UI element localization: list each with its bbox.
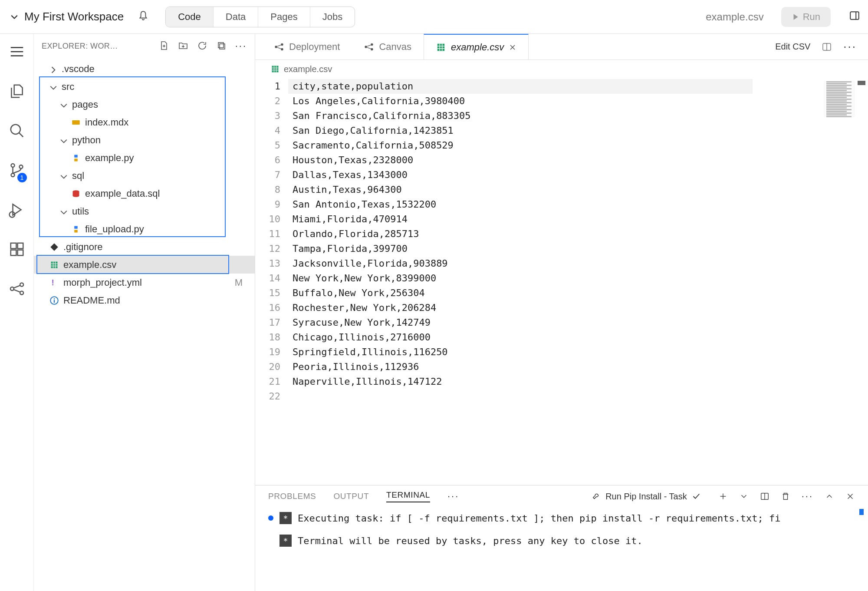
panel-more-icon[interactable]: ··· — [447, 491, 459, 502]
ai-activity[interactable] — [9, 281, 25, 299]
chevron-down-icon — [60, 137, 68, 145]
code-content[interactable]: city,state,populationLos Angeles,Califor… — [293, 78, 868, 485]
toggle-panel-button[interactable] — [849, 10, 860, 23]
tree-folder-src[interactable]: src — [34, 78, 255, 96]
bell-icon — [138, 10, 149, 21]
modified-indicator: M — [235, 277, 243, 288]
line-gutter: 12345678910111213141516171819202122 — [255, 78, 293, 485]
yaml-icon: ! — [49, 278, 59, 287]
tree-file-index-mdx[interactable]: index.mdx — [34, 113, 255, 131]
terminal-more-icon[interactable]: ··· — [802, 491, 813, 502]
scm-badge: 1 — [17, 173, 27, 182]
tree-file-file-upload[interactable]: file_upload.py — [34, 220, 255, 238]
tree-folder-vscode[interactable]: .vscode — [34, 60, 255, 78]
edit-csv-button[interactable]: Edit CSV — [775, 42, 810, 52]
tree-folder-python[interactable]: python — [34, 131, 255, 149]
svg-point-39 — [281, 48, 283, 50]
workspace-dropdown[interactable]: My First Workspace — [10, 10, 124, 23]
source-control-activity[interactable]: 1 — [9, 162, 25, 181]
svg-rect-11 — [10, 243, 16, 249]
terminal-dropdown-icon[interactable] — [739, 492, 749, 501]
panel-tab-problems[interactable]: PROBLEMS — [268, 492, 316, 501]
svg-line-19 — [13, 290, 20, 292]
new-folder-icon[interactable] — [178, 40, 188, 51]
tab-example-csv[interactable]: example.csv — [424, 34, 529, 59]
mode-jobs[interactable]: Jobs — [310, 7, 355, 27]
svg-point-8 — [11, 173, 14, 177]
new-file-icon[interactable] — [159, 40, 169, 51]
new-terminal-icon[interactable] — [718, 492, 728, 501]
panel-tab-terminal[interactable]: TERMINAL — [386, 490, 430, 502]
python-icon — [71, 225, 81, 234]
svg-line-46 — [367, 47, 371, 49]
mode-pages[interactable]: Pages — [258, 7, 310, 27]
tree-file-example-py[interactable]: example.py — [34, 149, 255, 167]
mode-data[interactable]: Data — [214, 7, 258, 27]
trash-icon[interactable] — [781, 492, 790, 501]
terminal-task-label[interactable]: Run Pip Install - Task — [592, 492, 701, 502]
svg-rect-25 — [220, 44, 225, 49]
explorer-activity[interactable] — [9, 83, 25, 102]
tree-folder-pages[interactable]: pages — [34, 96, 255, 113]
task-marker-icon: * — [279, 512, 292, 524]
tab-canvas[interactable]: Canvas — [352, 34, 424, 59]
notifications-button[interactable] — [138, 10, 149, 23]
current-file-label: example.csv — [706, 11, 763, 23]
terminal-scrollbar[interactable] — [859, 509, 864, 515]
svg-rect-0 — [850, 12, 859, 19]
code-editor[interactable]: 12345678910111213141516171819202122 city… — [255, 78, 868, 485]
tree-folder-sql[interactable]: sql — [34, 167, 255, 185]
chevron-up-icon[interactable] — [825, 492, 834, 501]
svg-line-18 — [13, 285, 20, 288]
breadcrumb[interactable]: example.csv — [255, 60, 868, 78]
svg-point-38 — [281, 43, 283, 46]
refresh-icon[interactable] — [197, 40, 207, 51]
split-terminal-icon[interactable] — [760, 492, 769, 501]
tree-file-example-csv[interactable]: example.csv — [34, 256, 255, 274]
menu-icon — [9, 43, 25, 60]
mode-segmented-control: Code Data Pages Jobs — [165, 7, 355, 27]
extensions-activity[interactable] — [9, 241, 25, 260]
svg-rect-36 — [54, 300, 55, 302]
minimap[interactable] — [824, 81, 855, 117]
split-editor-icon[interactable] — [822, 42, 832, 52]
graph-icon — [364, 42, 374, 52]
search-activity[interactable] — [9, 122, 25, 141]
tools-icon — [592, 492, 601, 501]
extensions-icon — [9, 241, 25, 258]
run-debug-activity[interactable] — [9, 201, 25, 220]
tree-file-morph-yml[interactable]: ! morph_project.yml M — [34, 274, 255, 291]
tree-file-example-sql[interactable]: example_data.sql — [34, 185, 255, 202]
csv-icon — [271, 65, 279, 73]
task-marker-icon: * — [279, 535, 292, 547]
scrollbar-thumb[interactable] — [858, 81, 865, 85]
explorer-more-icon[interactable]: ··· — [235, 40, 247, 52]
run-button[interactable]: Run — [781, 7, 831, 27]
tab-deployment[interactable]: Deployment — [262, 34, 352, 59]
network-icon — [9, 281, 25, 297]
svg-point-7 — [11, 164, 14, 167]
tree-file-gitignore[interactable]: .gitignore — [34, 238, 255, 256]
chevron-down-icon — [49, 84, 57, 92]
panel-tab-output[interactable]: OUTPUT — [333, 492, 369, 501]
tree-file-readme[interactable]: README.md — [34, 291, 255, 309]
tree-folder-utils[interactable]: utils — [34, 202, 255, 220]
svg-rect-47 — [437, 43, 445, 51]
terminal-body[interactable]: * Executing task: if [ -f requirements.t… — [255, 507, 868, 591]
close-panel-icon[interactable] — [845, 492, 855, 501]
python-icon — [71, 153, 81, 163]
files-icon — [9, 83, 25, 99]
close-tab-icon[interactable] — [509, 44, 516, 51]
workspace-title: My First Workspace — [24, 10, 124, 23]
svg-rect-28 — [51, 261, 58, 268]
collapse-all-icon[interactable] — [216, 40, 227, 51]
git-icon — [49, 242, 59, 252]
chevron-down-icon — [60, 173, 68, 181]
svg-point-42 — [365, 46, 368, 48]
editor-more-icon[interactable]: ··· — [843, 40, 857, 53]
menu-button[interactable] — [9, 43, 25, 62]
play-icon — [792, 13, 799, 21]
svg-rect-24 — [218, 43, 224, 48]
svg-line-45 — [367, 45, 371, 46]
mode-code[interactable]: Code — [166, 7, 214, 27]
